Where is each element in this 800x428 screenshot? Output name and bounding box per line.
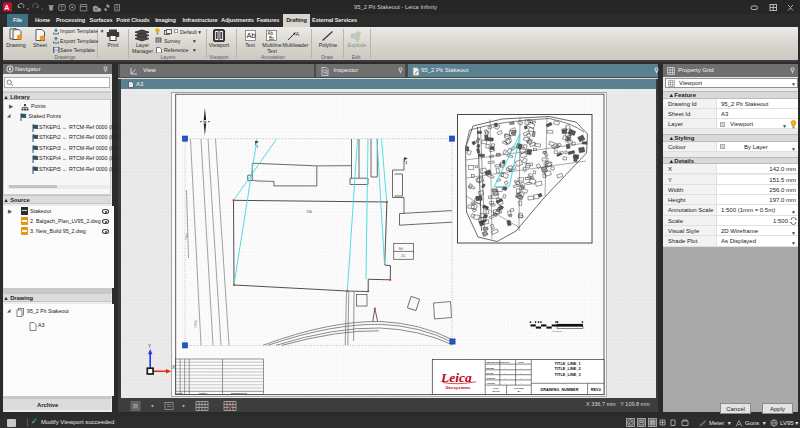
svg-text:A: A [4,4,9,11]
svg-text:Leica: Leica [440,370,472,385]
svg-text:Trink: Trink [184,233,189,240]
svg-text:APPRVD: APPRVD [486,382,495,384]
svg-text:Ab: Ab [247,31,256,40]
svg-text:746: 746 [306,210,312,214]
svg-text:REV#: REV# [591,387,602,392]
svg-text:DESCRIPTION: DESCRIPTION [231,392,247,394]
svg-text:Y: Y [148,344,151,349]
svg-text:ST ID: ST ID [177,392,183,394]
svg-text:X: X [172,365,175,370]
svg-text:TITLE_LINE_1: TITLE_LINE_1 [555,361,582,366]
svg-text:TITLE_LINE_3: TITLE_LINE_3 [555,372,582,377]
svg-text:DETAILS: DETAILS [501,361,510,363]
svg-text:Ref: Ref [399,247,403,251]
svg-text:DATE: DATE [518,361,524,363]
svg-text:PLOTTED: PLOTTED [514,387,524,389]
svg-text:PLOT: PLOT [493,387,499,389]
svg-text:NORTH: NORTH [199,392,208,394]
svg-text:201: 201 [401,254,406,258]
svg-text:Geosystems: Geosystems [446,385,472,390]
svg-text:TITLE_LINE_2: TITLE_LINE_2 [555,366,582,371]
svg-text:DESCRIPTION: DESCRIPTION [486,361,501,363]
svg-text:DRAWN: DRAWN [486,367,494,369]
svg-text:Bc: Bc [269,36,275,41]
svg-text:0 5 10 m: 0 5 10 m [552,330,561,333]
svg-text:CHECKD: CHECKD [486,377,495,379]
svg-text:DRAWING_NUMBER: DRAWING_NUMBER [540,387,578,392]
svg-text:A: A [296,31,300,37]
svg-text:PLOTS: PLOTS [486,372,494,374]
svg-text:SCALE: SCALE [492,390,500,392]
